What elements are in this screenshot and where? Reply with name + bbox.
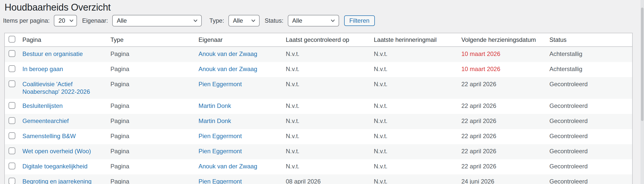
next-review-cell: 24 juni 2026 — [461, 174, 549, 184]
select-all-checkbox[interactable] — [9, 36, 15, 43]
last-checked-cell: N.v.t. — [286, 99, 374, 114]
row-checkbox[interactable] — [9, 163, 15, 169]
type-cell: Pagina — [110, 99, 198, 114]
owner-link[interactable]: Pien Eggermont — [198, 148, 242, 155]
chevron-down-icon — [251, 18, 256, 23]
row-checkbox[interactable] — [9, 178, 15, 184]
owner-link[interactable]: Pien Eggermont — [198, 81, 242, 87]
status-cell: Gecontroleerd — [549, 144, 632, 159]
status-cell: Gecontroleerd — [549, 159, 632, 174]
owner-link[interactable]: Anouk van der Zwaag — [198, 50, 257, 57]
items-per-page-select[interactable]: 20 — [54, 15, 77, 26]
owner-link[interactable]: Martin Donk — [198, 102, 231, 109]
table-row: Begroting en jaarrekening Pagina Pien Eg… — [5, 174, 632, 184]
status-filter-label: Status: — [265, 17, 284, 24]
table-row: Bestuur en organisatie Pagina Anouk van … — [5, 47, 632, 62]
table-row: Besluitenlijsten Pagina Martin Donk N.v.… — [5, 99, 632, 114]
chevron-down-icon — [193, 18, 198, 23]
status-cell: Gecontroleerd — [549, 99, 632, 114]
next-review-cell: 22 april 2026 — [461, 129, 549, 144]
type-cell: Pagina — [110, 129, 198, 144]
scrollbar-track[interactable] — [640, 0, 644, 184]
type-filter-select[interactable]: Alle — [228, 15, 260, 26]
next-review-cell: 10 maart 2026 — [461, 62, 549, 77]
next-review-cell: 22 april 2026 — [461, 159, 549, 174]
next-review-cell: 22 april 2026 — [461, 99, 549, 114]
scrollbar-thumb[interactable] — [641, 8, 643, 121]
status-cell: Gecontroleerd — [549, 129, 632, 144]
column-header-status: Status — [549, 33, 632, 47]
last-checked-cell: N.v.t. — [286, 129, 374, 144]
row-checkbox[interactable] — [9, 50, 15, 57]
column-header-laatst-gecontroleerd: Laatst gecontroleerd op — [286, 33, 374, 47]
page-link[interactable]: Wet open overheid (Woo) — [22, 148, 91, 155]
page-link[interactable]: Gemeentearchief — [22, 117, 69, 124]
status-cell: Achterstallig — [549, 47, 632, 62]
filter-button[interactable]: Filteren — [344, 15, 375, 26]
table-row: Samenstelling B&W Pagina Pien Eggermont … — [5, 129, 632, 144]
status-cell: Achterstallig — [549, 62, 632, 77]
type-cell: Pagina — [110, 174, 198, 184]
last-reminder-cell: N.v.t. — [374, 114, 461, 129]
table-row: Gemeentearchief Pagina Martin Donk N.v.t… — [5, 114, 632, 129]
items-per-page-label: Items per pagina: — [3, 17, 50, 24]
row-checkbox[interactable] — [9, 147, 15, 154]
last-reminder-cell: N.v.t. — [374, 174, 461, 184]
page-link[interactable]: Digitale toegankelijkheid — [22, 163, 88, 170]
column-header-type: Type — [110, 33, 198, 47]
owner-link[interactable]: Anouk van der Zwaag — [198, 66, 257, 72]
owner-filter-select[interactable]: Alle — [112, 15, 202, 26]
next-review-cell: 22 april 2026 — [461, 77, 549, 99]
row-checkbox[interactable] — [9, 132, 15, 139]
owner-link[interactable]: Anouk van der Zwaag — [198, 163, 257, 170]
owner-link[interactable]: Martin Donk — [198, 117, 231, 124]
last-checked-cell: N.v.t. — [286, 159, 374, 174]
page-link[interactable]: Besluitenlijsten — [22, 102, 63, 109]
table-row: In beroep gaan Pagina Anouk van der Zwaa… — [5, 62, 632, 77]
type-filter-value: Alle — [233, 17, 243, 24]
owner-link[interactable]: Pien Eggermont — [198, 178, 242, 184]
table-row: Coalitievisie 'Actief Noaberschap' 2022-… — [5, 77, 632, 99]
type-cell: Pagina — [110, 62, 198, 77]
last-checked-cell: N.v.t. — [286, 77, 374, 99]
owner-filter-value: Alle — [117, 17, 127, 24]
table-header-row: Pagina Type Eigenaar Laatst gecontroleer… — [5, 33, 632, 47]
type-cell: Pagina — [110, 77, 198, 99]
row-checkbox[interactable] — [9, 80, 15, 87]
page-link[interactable]: Bestuur en organisatie — [22, 50, 83, 57]
status-cell: Gecontroleerd — [549, 174, 632, 184]
page-link[interactable]: Samenstelling B&W — [22, 133, 76, 139]
last-reminder-cell: N.v.t. — [374, 47, 461, 62]
row-checkbox[interactable] — [9, 65, 15, 72]
last-checked-cell: N.v.t. — [286, 114, 374, 129]
type-cell: Pagina — [110, 144, 198, 159]
last-reminder-cell: N.v.t. — [374, 129, 461, 144]
column-header-eigenaar: Eigenaar — [198, 33, 286, 47]
next-review-cell: 22 april 2026 — [461, 114, 549, 129]
owner-link[interactable]: Pien Eggermont — [198, 133, 242, 139]
page-link[interactable]: Begroting en jaarrekening — [22, 178, 92, 184]
page-link[interactable]: Coalitievisie 'Actief Noaberschap' 2022-… — [22, 81, 90, 95]
page-title: Houdbaarheids Overzicht — [0, 0, 644, 13]
last-checked-cell: N.v.t. — [286, 62, 374, 77]
items-per-page-value: 20 — [58, 17, 65, 24]
row-checkbox[interactable] — [9, 102, 15, 109]
last-reminder-cell: N.v.t. — [374, 62, 461, 77]
last-reminder-cell: N.v.t. — [374, 144, 461, 159]
last-checked-cell: N.v.t. — [286, 47, 374, 62]
last-checked-cell: 08 april 2026 — [286, 174, 374, 184]
status-filter-select[interactable]: Alle — [288, 15, 339, 26]
overview-table: Pagina Type Eigenaar Laatst gecontroleer… — [4, 33, 633, 184]
column-header-volgende-herzieningsdatum: Volgende herzieningsdatum — [461, 33, 549, 47]
page-link[interactable]: In beroep gaan — [22, 66, 63, 72]
table-row: Digitale toegankelijkheid Pagina Anouk v… — [5, 159, 632, 174]
last-reminder-cell: N.v.t. — [374, 77, 461, 99]
next-review-cell: 10 maart 2026 — [461, 47, 549, 62]
table-row: Wet open overheid (Woo) Pagina Pien Egge… — [5, 144, 632, 159]
status-cell: Gecontroleerd — [549, 114, 632, 129]
last-reminder-cell: N.v.t. — [374, 159, 461, 174]
last-checked-cell: N.v.t. — [286, 144, 374, 159]
last-reminder-cell: N.v.t. — [374, 99, 461, 114]
row-checkbox[interactable] — [9, 117, 15, 124]
type-filter-label: Type: — [209, 17, 224, 24]
